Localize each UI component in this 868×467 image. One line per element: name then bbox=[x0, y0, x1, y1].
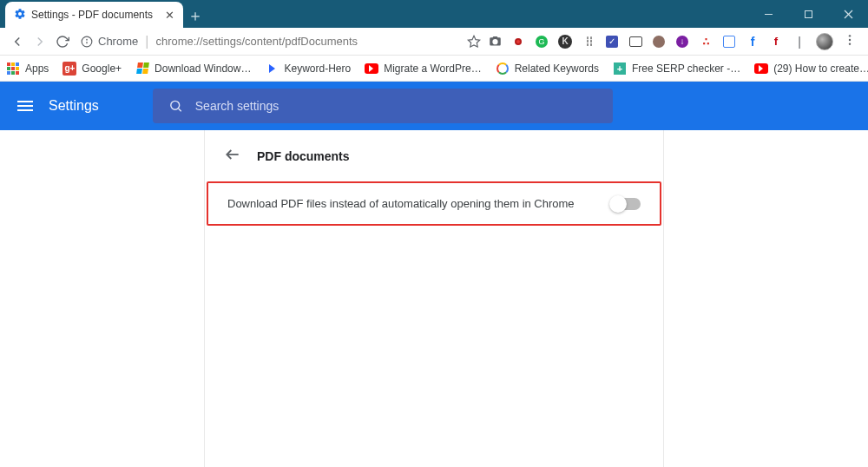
ext-todoist-icon[interactable]: ✓ bbox=[605, 35, 619, 49]
svg-point-11 bbox=[171, 101, 180, 109]
ext-record-icon[interactable] bbox=[511, 35, 525, 49]
close-tab-icon[interactable]: ✕ bbox=[165, 9, 174, 22]
ext-card-icon[interactable] bbox=[628, 35, 642, 49]
back-arrow-icon[interactable] bbox=[224, 146, 241, 166]
url-text: chrome://settings/content/pdfDocuments bbox=[155, 35, 358, 48]
ext-download-icon[interactable]: ↓ bbox=[675, 35, 689, 49]
bookmark-item[interactable]: Download Window… bbox=[135, 62, 251, 76]
svg-marker-7 bbox=[468, 36, 479, 47]
gear-icon bbox=[14, 8, 26, 23]
youtube-icon bbox=[365, 62, 378, 76]
ext-wayback-icon[interactable]: ⛬ bbox=[699, 35, 713, 49]
settings-search[interactable] bbox=[153, 89, 613, 123]
address-bar: Chrome | chrome://settings/content/pdfDo… bbox=[0, 28, 868, 56]
google-plus-icon: g+ bbox=[62, 62, 76, 76]
window-titlebar: Settings - PDF documents ✕ ＋ bbox=[0, 0, 868, 28]
window-controls bbox=[748, 0, 868, 28]
svg-line-12 bbox=[179, 109, 181, 111]
youtube-icon bbox=[754, 62, 768, 76]
minimize-button[interactable] bbox=[748, 0, 788, 28]
bookmark-item[interactable]: g+Google+ bbox=[62, 62, 122, 76]
maximize-button[interactable] bbox=[788, 0, 828, 28]
ext-f-icon[interactable]: f bbox=[769, 35, 783, 49]
svg-point-6 bbox=[87, 39, 88, 40]
toggle-switch[interactable] bbox=[611, 198, 641, 210]
setting-label: Download PDF files instead of automatica… bbox=[227, 197, 611, 210]
browser-tab[interactable]: Settings - PDF documents ✕ bbox=[5, 2, 183, 28]
bookmarks-bar: Apps g+Google+ Download Window… Keyword-… bbox=[0, 56, 868, 82]
profile-avatar[interactable] bbox=[816, 33, 833, 50]
star-icon[interactable] bbox=[467, 35, 481, 49]
highlighted-setting: Download PDF files instead of automatica… bbox=[207, 181, 661, 226]
ext-dots-icon[interactable]: ┇┇ bbox=[582, 35, 595, 49]
tab-title: Settings - PDF documents bbox=[31, 9, 160, 21]
serp-icon: + bbox=[613, 62, 627, 76]
ext-facebook-icon[interactable]: f bbox=[746, 35, 760, 49]
separator: | bbox=[145, 34, 148, 49]
svg-point-8 bbox=[849, 35, 851, 36]
menu-icon[interactable] bbox=[17, 101, 33, 111]
reload-button[interactable] bbox=[51, 30, 74, 54]
separator: | bbox=[792, 35, 806, 49]
settings-page: PDF documents Download PDF files instead… bbox=[0, 130, 868, 467]
search-icon bbox=[168, 98, 183, 114]
omnibox[interactable]: Chrome | chrome://settings/content/pdfDo… bbox=[74, 30, 488, 54]
ext-green-icon[interactable]: G bbox=[535, 35, 549, 49]
windows-icon bbox=[135, 62, 149, 76]
svg-rect-1 bbox=[805, 10, 812, 17]
bookmark-item[interactable]: Keyword-Hero bbox=[265, 62, 351, 76]
app-title: Settings bbox=[49, 98, 99, 114]
ext-cookie-icon[interactable] bbox=[652, 35, 666, 49]
extensions-cluster: G K ┇┇ ✓ ↓ ⛬ f f | bbox=[488, 33, 858, 50]
ext-camera-icon[interactable] bbox=[488, 35, 502, 49]
new-tab-button[interactable]: ＋ bbox=[183, 3, 207, 28]
bookmark-apps[interactable]: Apps bbox=[6, 62, 49, 76]
origin-label: Chrome bbox=[98, 35, 138, 48]
close-window-button[interactable] bbox=[828, 0, 868, 28]
browser-menu-button[interactable] bbox=[843, 33, 858, 50]
apps-grid-icon bbox=[6, 62, 20, 76]
search-input[interactable] bbox=[195, 99, 597, 113]
bookmark-item[interactable]: +Free SERP checker -… bbox=[613, 62, 740, 76]
site-info-icon[interactable]: Chrome bbox=[81, 35, 138, 48]
settings-card: PDF documents Download PDF files instead… bbox=[204, 130, 664, 467]
page-title: PDF documents bbox=[257, 149, 350, 163]
forward-button[interactable] bbox=[29, 30, 51, 54]
bookmark-item[interactable]: Migrate a WordPre… bbox=[365, 62, 481, 76]
ext-gcal-icon[interactable] bbox=[722, 35, 736, 49]
bookmark-item[interactable]: (29) How to create… bbox=[754, 62, 868, 76]
svg-point-9 bbox=[849, 38, 851, 40]
bookmark-item[interactable]: Related Keywords bbox=[496, 62, 599, 76]
setting-row[interactable]: Download PDF files instead of automatica… bbox=[208, 183, 660, 224]
page-header: PDF documents bbox=[205, 130, 663, 181]
ext-k-icon[interactable]: K bbox=[558, 35, 572, 49]
google-ring-icon bbox=[496, 62, 510, 76]
settings-header: Settings bbox=[0, 82, 868, 130]
keyword-hero-icon bbox=[265, 62, 279, 76]
svg-point-10 bbox=[849, 43, 851, 44]
back-button[interactable] bbox=[6, 30, 29, 54]
